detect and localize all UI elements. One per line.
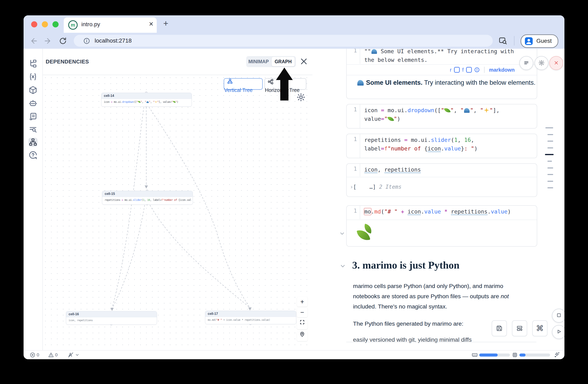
cell-slider[interactable]: 1 repetitions = mo.ui.slider(1, 16, labe…	[346, 134, 537, 158]
minimap-line[interactable]	[546, 127, 553, 128]
code-editor[interactable]: mo.md("# " + icon.value * repetitions.va…	[364, 207, 535, 216]
code-editor[interactable]: icon, repetitions	[364, 165, 535, 174]
node-code: icon, repetitions	[66, 317, 157, 323]
ram-meter	[479, 353, 510, 357]
packages-icon[interactable]	[28, 86, 38, 95]
variables-icon[interactable]	[28, 72, 38, 81]
scroll-to-cell-button[interactable]	[552, 309, 565, 323]
minimap-line[interactable]	[547, 161, 552, 162]
config-f-label: f	[462, 67, 464, 73]
back-button[interactable]	[29, 37, 38, 45]
graph-node-cell-17[interactable]: cell-17 mo.md("# " + icon.value * repeti…	[205, 311, 296, 324]
minimap-line-active[interactable]	[545, 154, 554, 155]
dependency-graph-icon[interactable]	[28, 138, 38, 147]
cpu-icon	[512, 352, 518, 358]
node-code: icon = mo.ui.dropdown(["", "", ""], valu…	[101, 99, 191, 105]
interrupt-button[interactable]	[549, 56, 563, 70]
language-label[interactable]: markdown	[489, 67, 515, 73]
browser-toolbar: localhost:2718 Guest	[23, 33, 565, 49]
guest-profile-button[interactable]: Guest	[521, 34, 558, 48]
code-editor[interactable]: "" Some UI elements.** Try interacting w…	[364, 49, 535, 64]
ram-usage[interactable]	[471, 351, 510, 359]
warnings-indicator[interactable]: 0	[48, 351, 58, 359]
fit-view-button[interactable]	[297, 320, 308, 329]
tab-graph[interactable]: GRAPH	[272, 57, 294, 66]
url-bar[interactable]: localhost:2718	[74, 35, 493, 47]
graph-canvas[interactable]: Vertical Tree Horizontal Tree cell-14 ic…	[42, 75, 313, 351]
traffic-light-close[interactable]	[31, 21, 37, 27]
line-number-gutter: 1	[347, 49, 360, 64]
zoom-out-button[interactable]: −	[297, 307, 308, 317]
snippets-icon[interactable]	[28, 125, 38, 134]
hamburger-icon	[524, 60, 529, 65]
new-tab-button[interactable]: +	[163, 19, 168, 28]
zoom-in-button[interactable]: +	[297, 297, 308, 307]
errors-indicator[interactable]: 0	[30, 351, 39, 359]
minimap-line[interactable]	[547, 187, 553, 188]
cell-config-footer: r f markdown	[450, 65, 515, 75]
tab-minimap[interactable]: MINIMAP	[246, 56, 271, 67]
node-title: cell-15	[102, 191, 193, 197]
notebook-menu-button[interactable]	[519, 56, 533, 70]
collapsed-array-output[interactable]: ›[…] 2 Items	[350, 184, 401, 190]
command-palette-button[interactable]: ⌘	[532, 320, 547, 336]
vertical-tree-icon	[227, 78, 233, 85]
app-rail	[23, 49, 43, 351]
code-editor[interactable]: icon = mo.ui.dropdown(["", "", ""], valu…	[364, 106, 535, 123]
cell-tuple[interactable]: 1 icon, repetitions ›[…] 2 Items	[346, 163, 537, 197]
traffic-light-zoom[interactable]	[52, 21, 59, 27]
notebook-settings-button[interactable]	[535, 56, 548, 70]
minimap-line[interactable]	[547, 141, 553, 142]
browser-tab[interactable]: m intro.py ✕	[64, 18, 157, 33]
file-tree-icon[interactable]	[28, 59, 38, 68]
graph-node-cell-15[interactable]: cell-15 repetitions = mo.ui.slider(1, 16…	[102, 191, 193, 205]
config-r-checkbox[interactable]	[454, 67, 460, 73]
cell-md-leaf[interactable]: 1 mo.md("# " + icon.value * repetitions.…	[346, 205, 537, 247]
toolbar-divider	[514, 36, 514, 45]
graph-node-cell-14[interactable]: cell-14 icon = mo.ui.dropdown(["", "", "…	[101, 93, 192, 107]
config-f-checkbox[interactable]	[466, 67, 472, 73]
code-editor[interactable]: repetitions = mo.ui.slider(1, 16, label=…	[364, 136, 535, 153]
traffic-light-minimize[interactable]	[42, 21, 48, 27]
forward-button[interactable]	[44, 37, 52, 45]
panel-title: DEPENDENCIES	[46, 58, 89, 65]
minimap-line[interactable]	[547, 181, 553, 182]
node-code: repetitions = mo.ui.slider(1, 16, label=…	[102, 197, 193, 203]
minimap-line[interactable]	[547, 174, 553, 175]
tab-close-icon[interactable]: ✕	[149, 21, 153, 27]
cell-markdown-intro[interactable]: 1 "" Some UI elements.** Try interacting…	[346, 49, 537, 99]
graph-node-cell-16[interactable]: cell-16 icon, repetitions	[66, 311, 157, 325]
site-info-icon[interactable]	[83, 38, 90, 44]
tab-search-icon[interactable]	[499, 37, 507, 45]
layout-button[interactable]	[512, 320, 527, 336]
section-collapse-icon[interactable]	[339, 263, 346, 269]
leaf-emoji-output	[358, 224, 376, 243]
graph-settings-button[interactable]	[296, 93, 306, 102]
warning-icon	[48, 352, 54, 358]
location-pin-icon	[299, 331, 305, 337]
spellcheck-off-icon	[68, 352, 74, 358]
ai-assistant-toggle[interactable]	[553, 351, 560, 359]
ai-assistant-icon[interactable]	[28, 99, 38, 108]
minimap-line[interactable]	[547, 147, 553, 148]
minimap-line[interactable]	[547, 167, 553, 169]
vertical-tree-button[interactable]: Vertical Tree	[224, 78, 263, 90]
help-icon[interactable]	[28, 151, 38, 160]
node-title: cell-17	[205, 311, 296, 317]
cell-info-icon[interactable]	[474, 67, 480, 73]
run-button[interactable]	[552, 325, 565, 339]
formatter-toggle[interactable]	[68, 351, 80, 359]
center-selection-button[interactable]	[297, 331, 308, 341]
save-button[interactable]	[492, 320, 507, 336]
logs-icon[interactable]	[28, 112, 38, 121]
reload-button[interactable]	[59, 37, 67, 45]
minimap-line[interactable]	[547, 134, 553, 135]
cell-dropdown[interactable]: 1 icon = mo.ui.dropdown(["", "", ""], va…	[346, 104, 537, 129]
notebook-panel: 1 "" Some UI elements.** Try interacting…	[339, 49, 565, 351]
collapse-output-icon[interactable]	[339, 230, 345, 237]
dependencies-panel: DEPENDENCIES MINIMAP GRAPH	[42, 49, 313, 351]
cpu-usage[interactable]	[512, 351, 550, 359]
panel-close-button[interactable]	[299, 57, 309, 66]
line-number: 1	[347, 49, 357, 54]
next-cell-edge	[346, 342, 536, 342]
